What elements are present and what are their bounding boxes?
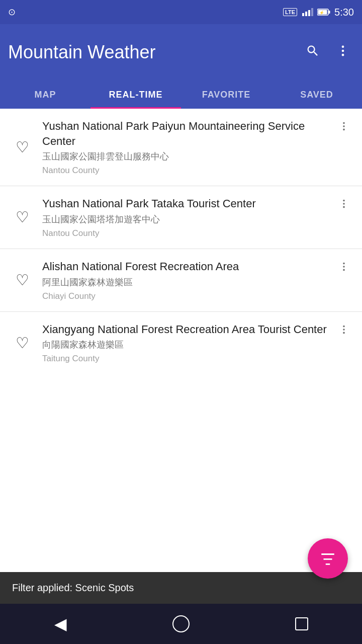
svg-point-14	[343, 200, 345, 202]
item-county-1: Nantou County	[42, 166, 328, 176]
item-county-2: Nantou County	[42, 228, 328, 238]
item-title-en-4: Xiangyang National Forest Recreation Are…	[42, 322, 328, 337]
svg-point-23	[173, 616, 189, 632]
snackbar: Filter applied: Scenic Spots	[0, 572, 362, 604]
item-title-zh-1: 玉山國家公園排雲登山服務中心	[42, 150, 328, 163]
status-bar-left: ⊙	[8, 7, 16, 18]
more-button-1[interactable]	[334, 119, 354, 132]
svg-point-15	[343, 203, 345, 205]
home-circle-icon	[172, 615, 190, 633]
item-title-en-2: Yushan National Park Tataka Tourist Cent…	[42, 196, 328, 211]
item-content-4: Xiangyang National Forest Recreation Are…	[36, 322, 334, 364]
svg-point-8	[342, 45, 344, 48]
more-button-4[interactable]	[334, 322, 354, 335]
tab-favorite[interactable]: FAVORITE	[181, 80, 272, 107]
filter-icon	[319, 550, 336, 567]
home-button[interactable]	[166, 609, 196, 639]
back-icon: ◀	[54, 614, 67, 633]
svg-point-22	[343, 332, 345, 334]
tab-map[interactable]: MAP	[0, 80, 90, 107]
item-title-en-3: Alishan National Forest Recreation Area	[42, 259, 328, 274]
more-button-2[interactable]	[334, 196, 354, 209]
svg-rect-5	[329, 11, 330, 14]
list-item: ♡ Xiangyang National Forest Recreation A…	[0, 312, 362, 374]
svg-rect-1	[305, 12, 307, 16]
bottom-navigation: ◀	[0, 604, 362, 644]
list-item: ♡ Yushan National Park Tataka Tourist Ce…	[0, 186, 362, 249]
list-item: ♡ Alishan National Forest Recreation Are…	[0, 249, 362, 312]
back-button[interactable]: ◀	[45, 609, 75, 639]
favorite-button-2[interactable]: ♡	[8, 210, 36, 225]
tab-real-time[interactable]: REAL-TIME	[90, 80, 181, 107]
snackbar-text: Filter applied: Scenic Spots	[12, 582, 134, 594]
tab-saved[interactable]: SAVED	[272, 80, 362, 107]
more-button-3[interactable]	[334, 259, 354, 272]
favorite-button-3[interactable]: ♡	[8, 273, 36, 288]
tab-bar: MAP REAL-TIME FAVORITE SAVED	[0, 80, 362, 109]
app-title: Mountain Weather	[8, 41, 294, 63]
svg-point-19	[343, 269, 345, 271]
svg-rect-3	[311, 8, 313, 16]
svg-point-11	[343, 122, 345, 124]
status-time: 5:30	[334, 7, 354, 18]
battery-icon: ⚡	[317, 9, 330, 16]
svg-rect-2	[308, 10, 310, 16]
svg-point-21	[343, 329, 345, 331]
location-list: ♡ Yushan National Park Paiyun Mountainee…	[0, 109, 362, 572]
item-title-en-1: Yushan National Park Paiyun Mountaineeri…	[42, 119, 328, 148]
item-content-2: Yushan National Park Tataka Tourist Cent…	[36, 196, 334, 238]
recent-apps-button[interactable]	[287, 609, 317, 639]
svg-point-9	[342, 49, 344, 52]
more-options-button[interactable]	[332, 40, 354, 65]
item-county-4: Taitung County	[42, 354, 328, 364]
svg-text:⚡: ⚡	[319, 10, 324, 15]
svg-point-18	[343, 266, 345, 268]
svg-rect-24	[296, 618, 308, 630]
filter-fab[interactable]	[308, 538, 348, 579]
svg-point-10	[342, 53, 344, 56]
svg-point-20	[343, 326, 345, 328]
signal-icon	[302, 8, 313, 16]
svg-point-12	[343, 125, 345, 127]
heart-icon-3: ♡	[16, 273, 29, 288]
item-title-zh-4: 向陽國家森林遊樂區	[42, 339, 328, 351]
favorite-button-1[interactable]: ♡	[8, 140, 36, 155]
svg-point-16	[343, 206, 345, 208]
heart-icon-1: ♡	[16, 140, 29, 155]
svg-rect-0	[302, 13, 304, 16]
item-content-1: Yushan National Park Paiyun Mountaineeri…	[36, 119, 334, 176]
recent-icon	[294, 616, 309, 631]
item-content-3: Alishan National Forest Recreation Area …	[36, 259, 334, 301]
svg-point-17	[343, 263, 345, 265]
app-bar: Mountain Weather	[0, 24, 362, 80]
heart-icon-4: ♡	[16, 336, 29, 351]
status-bar: ⊙ LTE ⚡ 5:30	[0, 0, 362, 24]
svg-point-13	[343, 129, 345, 131]
search-button[interactable]	[302, 40, 324, 65]
item-county-3: Chiayi County	[42, 291, 328, 301]
item-title-zh-2: 玉山國家公園塔塔加遊客中心	[42, 213, 328, 225]
favorite-button-4[interactable]: ♡	[8, 336, 36, 351]
list-item: ♡ Yushan National Park Paiyun Mountainee…	[0, 109, 362, 186]
lte-indicator: LTE	[283, 8, 297, 16]
heart-icon-2: ♡	[16, 210, 29, 225]
item-title-zh-3: 阿里山國家森林遊樂區	[42, 276, 328, 288]
